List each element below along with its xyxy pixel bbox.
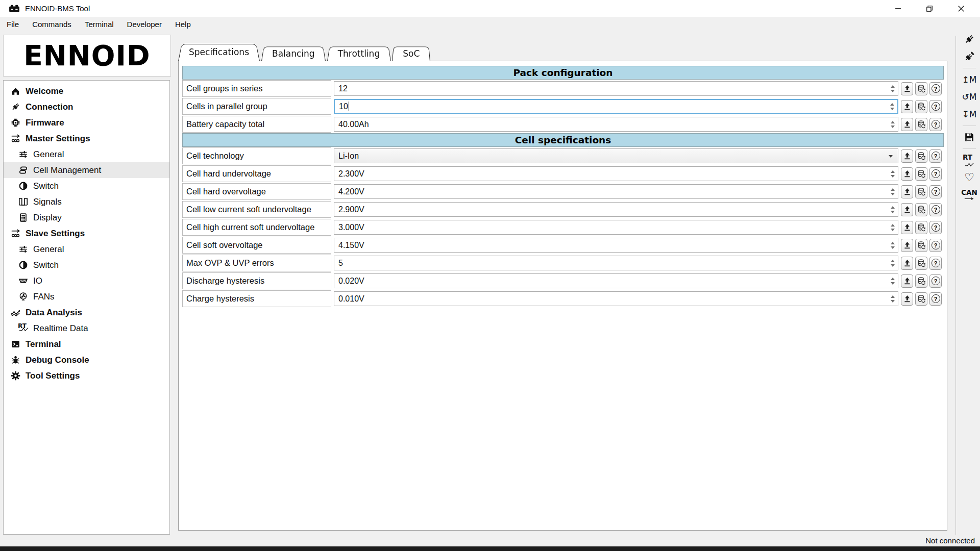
sidebar-item-general[interactable]: General xyxy=(4,241,169,257)
sidebar-item-signals[interactable]: Signals xyxy=(4,194,169,210)
toolbar-can-button[interactable]: CAN xyxy=(959,187,979,203)
toolbar-connect-button[interactable] xyxy=(959,32,979,47)
help-button[interactable]: ? xyxy=(929,203,942,216)
spinbox-field[interactable]: 0.020V xyxy=(334,273,898,288)
help-button[interactable]: ? xyxy=(929,221,942,234)
combobox-field[interactable]: Li-Ion xyxy=(334,148,898,163)
spinbox-field[interactable]: 3.000V xyxy=(334,220,898,235)
restore-default-button[interactable] xyxy=(915,292,927,306)
upload-button[interactable] xyxy=(901,149,913,163)
sidebar-item-debug-console[interactable]: Debug Console xyxy=(4,352,169,368)
section-header: Pack configuration xyxy=(182,66,944,80)
spinner[interactable] xyxy=(889,117,896,131)
menu-commands[interactable]: Commands xyxy=(26,17,78,32)
help-button[interactable]: ? xyxy=(929,185,942,198)
restore-default-button[interactable] xyxy=(915,118,927,131)
spinbox-field[interactable]: 2.900V xyxy=(334,202,898,217)
spinbox-field[interactable]: 12 xyxy=(334,81,898,96)
close-button[interactable] xyxy=(945,0,977,17)
sidebar-item-cell-management[interactable]: Cell Management xyxy=(4,162,169,178)
restore-default-button[interactable] xyxy=(915,274,927,288)
toolbar-disconnect-button[interactable] xyxy=(959,49,979,64)
help-button[interactable]: ? xyxy=(929,292,942,306)
spinbox-field[interactable]: 2.300V xyxy=(334,166,898,181)
sidebar-item-firmware[interactable]: Firmware xyxy=(4,115,169,131)
upload-button[interactable] xyxy=(901,82,913,95)
sidebar-item-terminal[interactable]: Terminal xyxy=(4,336,169,352)
menu-developer[interactable]: Developer xyxy=(120,17,168,32)
upload-button[interactable] xyxy=(901,221,913,234)
help-button[interactable]: ? xyxy=(929,257,942,270)
help-button[interactable]: ? xyxy=(929,82,942,95)
upload-button[interactable] xyxy=(901,274,913,288)
spinner[interactable] xyxy=(889,185,896,198)
sidebar-item-data-analysis[interactable]: Data Analysis xyxy=(4,305,169,320)
spinner[interactable] xyxy=(889,167,896,181)
sidebar-item-general[interactable]: General xyxy=(4,146,169,162)
help-button[interactable]: ? xyxy=(929,167,942,181)
help-button[interactable]: ? xyxy=(929,149,942,163)
toolbar-write-master-button[interactable]: ↥M xyxy=(959,72,979,87)
upload-button[interactable] xyxy=(901,118,913,131)
restore-default-button[interactable] xyxy=(915,221,927,234)
spinner[interactable] xyxy=(889,256,896,270)
toolbar-read-master-button[interactable]: ↧M xyxy=(959,107,979,122)
spinbox-field[interactable]: 40.00Ah xyxy=(334,117,898,132)
menu-terminal[interactable]: Terminal xyxy=(78,17,120,32)
spinner[interactable] xyxy=(888,100,896,113)
tab-specifications[interactable]: Specifications xyxy=(178,42,260,61)
restore-button[interactable] xyxy=(914,0,945,17)
spinner[interactable] xyxy=(889,82,896,95)
sidebar-item-realtime-data[interactable]: RTRealtime Data xyxy=(4,320,169,336)
menu-help[interactable]: Help xyxy=(168,17,198,32)
restore-default-button[interactable] xyxy=(915,203,927,216)
spinner[interactable] xyxy=(889,220,896,234)
sidebar-item-fans[interactable]: FANs xyxy=(4,289,169,305)
spinbox-field[interactable]: 4.150V xyxy=(334,238,898,253)
restore-default-button[interactable] xyxy=(915,239,927,252)
toolbar-heart-button[interactable]: ♡ xyxy=(959,170,979,185)
spinbox-field[interactable]: 10 xyxy=(334,99,898,114)
tab-balancing[interactable]: Balancing xyxy=(261,45,326,61)
upload-button[interactable] xyxy=(901,203,913,216)
help-button[interactable]: ? xyxy=(929,274,942,288)
upload-button[interactable] xyxy=(901,239,913,252)
spinner[interactable] xyxy=(889,292,896,306)
minimize-button[interactable] xyxy=(882,0,914,17)
toolbar-realtime-button[interactable]: RT xyxy=(959,153,979,168)
sidebar-item-switch[interactable]: Switch xyxy=(4,257,169,273)
sidebar-item-io[interactable]: IO xyxy=(4,273,169,289)
restore-default-button[interactable] xyxy=(915,82,927,95)
upload-button[interactable] xyxy=(901,100,913,113)
sidebar-item-welcome[interactable]: Welcome xyxy=(4,83,169,99)
sidebar-item-switch[interactable]: Switch xyxy=(4,178,169,194)
sidebar-item-master-settings[interactable]: Master Settings xyxy=(4,131,169,146)
sidebar-item-slave-settings[interactable]: Slave Settings xyxy=(4,226,169,241)
toolbar-refresh-master-button[interactable]: ↺M xyxy=(959,89,979,105)
sidebar-item-tool-settings[interactable]: Tool Settings xyxy=(4,368,169,384)
upload-button[interactable] xyxy=(901,257,913,270)
sidebar-item-display[interactable]: Display xyxy=(4,210,169,226)
restore-default-button[interactable] xyxy=(915,100,927,113)
restore-default-button[interactable] xyxy=(915,167,927,181)
help-button[interactable]: ? xyxy=(929,100,942,113)
spinner[interactable] xyxy=(889,203,896,216)
sidebar-item-connection[interactable]: Connection xyxy=(4,99,169,115)
upload-button[interactable] xyxy=(901,167,913,181)
restore-default-button[interactable] xyxy=(915,149,927,163)
upload-button[interactable] xyxy=(901,292,913,306)
toolbar-save-button[interactable] xyxy=(959,130,979,145)
menu-file[interactable]: File xyxy=(0,17,26,32)
spinner[interactable] xyxy=(889,274,896,288)
spinbox-field[interactable]: 0.010V xyxy=(334,291,898,306)
restore-default-button[interactable] xyxy=(915,257,927,270)
spinbox-field[interactable]: 5 xyxy=(334,256,898,270)
tab-throttling[interactable]: Throttling xyxy=(327,45,391,61)
tab-soc[interactable]: SoC xyxy=(392,45,430,61)
help-button[interactable]: ? xyxy=(929,118,942,131)
upload-button[interactable] xyxy=(901,185,913,198)
restore-default-button[interactable] xyxy=(915,185,927,198)
spinner[interactable] xyxy=(889,238,896,252)
help-button[interactable]: ? xyxy=(929,239,942,252)
spinbox-field[interactable]: 4.200V xyxy=(334,184,898,199)
